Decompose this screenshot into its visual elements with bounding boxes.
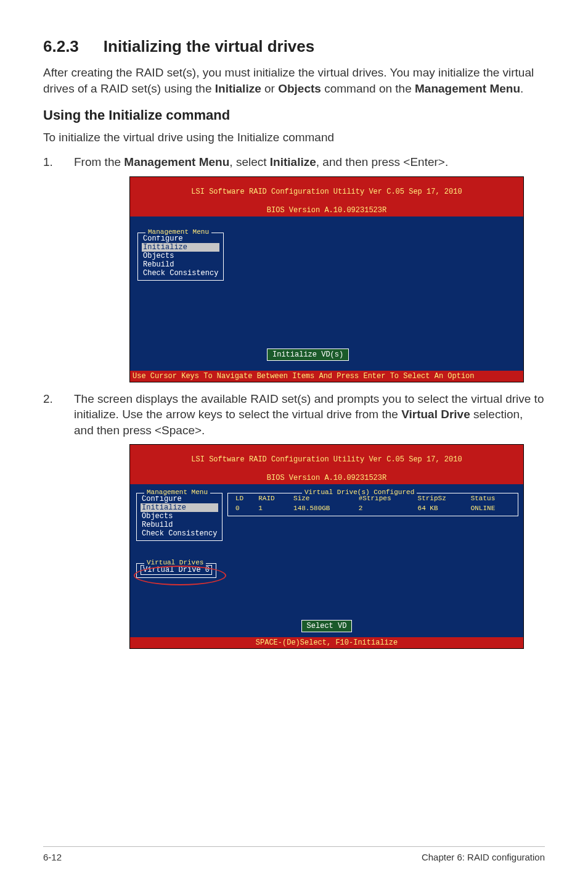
cell-ld: 0 bbox=[232, 502, 255, 512]
intro-text-4: . bbox=[520, 82, 523, 95]
intro-text-3: command on the bbox=[321, 82, 415, 95]
bios2-tooltip: Select VD bbox=[301, 620, 353, 632]
bios2-vd-title: Virtual Drives bbox=[144, 559, 206, 566]
step-2: 2. The screen displays the available RAI… bbox=[43, 391, 545, 439]
intro-bold-objects: Objects bbox=[278, 82, 321, 95]
col-status: Status bbox=[467, 495, 514, 502]
bios1-titlebar: LSI Software RAID Configuration Utility … bbox=[130, 177, 523, 217]
bios2-footer: SPACE-(De)Select, F10-Initialize bbox=[130, 637, 523, 648]
col-raid: RAID bbox=[255, 495, 290, 502]
step-1: 1. From the Management Menu, select Init… bbox=[43, 154, 545, 170]
step-1-text-1: From the bbox=[74, 155, 124, 168]
bios2-title-line2: BIOS Version A.10.09231523R bbox=[267, 474, 386, 482]
bios2-management-menu: Management Menu Configure Initialize Obj… bbox=[136, 493, 223, 541]
lead-text: To initialize the virtual drive using th… bbox=[43, 130, 545, 146]
col-ld: LD bbox=[232, 495, 255, 502]
bios1-title-line1: LSI Software RAID Configuration Utility … bbox=[191, 188, 462, 196]
step-2-marker: 2. bbox=[43, 391, 74, 439]
chapter-label: Chapter 6: RAID configuration bbox=[422, 852, 545, 862]
cell-stripsz: 64 KB bbox=[414, 502, 467, 512]
intro-bold-menu: Management Menu bbox=[415, 82, 520, 95]
sub-heading: Using the Initialize command bbox=[43, 107, 545, 123]
section-number: 6.2.3 bbox=[43, 37, 79, 56]
bios1-menu-rebuild[interactable]: Rebuild bbox=[142, 260, 219, 269]
step-2-content: The screen displays the available RAID s… bbox=[74, 391, 545, 439]
bios-screenshot-2: LSI Software RAID Configuration Utility … bbox=[129, 444, 524, 649]
step-1-bold-2: Initialize bbox=[270, 155, 316, 168]
bios2-menu-initialize[interactable]: Initialize bbox=[141, 503, 218, 512]
section-title: 6.2.3Initializing the virtual drives bbox=[43, 37, 545, 56]
cell-stripes: 2 bbox=[355, 502, 414, 512]
cell-status: ONLINE bbox=[467, 502, 514, 512]
bios2-vd-box-wrapper: Virtual Drives Virtual Drive 0 bbox=[136, 563, 216, 578]
intro-paragraph: After creating the RAID set(s), you must… bbox=[43, 65, 545, 96]
table-row: 0 1 148.580GB 2 64 KB ONLINE bbox=[232, 502, 514, 512]
bios2-title-line1: LSI Software RAID Configuration Utility … bbox=[191, 455, 462, 464]
bios2-vd-table: LD RAID Size #Stripes StripSz Status 0 1… bbox=[232, 495, 514, 512]
step-1-marker: 1. bbox=[43, 154, 74, 170]
step-1-content: From the Management Menu, select Initial… bbox=[74, 154, 545, 170]
section-title-text: Initializing the virtual drives bbox=[104, 37, 314, 56]
intro-bold-initialize: Initialize bbox=[215, 82, 261, 95]
bios2-menu-check[interactable]: Check Consistency bbox=[141, 529, 218, 538]
page-number: 6-12 bbox=[43, 852, 62, 862]
bios1-body: Management Menu Configure Initialize Obj… bbox=[130, 217, 523, 371]
bios2-left-column: Management Menu Configure Initialize Obj… bbox=[136, 493, 223, 541]
bios2-tooltip-row: Select VD bbox=[135, 620, 518, 632]
bios1-menu-configure[interactable]: Configure bbox=[142, 234, 219, 243]
step-1-text-3: , and then press <Enter>. bbox=[316, 155, 448, 168]
bios1-tooltip: Initialize VD(s) bbox=[267, 349, 349, 361]
step-2-bold-1: Virtual Drive bbox=[401, 408, 470, 421]
cell-size: 148.580GB bbox=[290, 502, 355, 512]
bios2-menu-configure[interactable]: Configure bbox=[141, 495, 218, 503]
bios1-menu-initialize[interactable]: Initialize bbox=[142, 243, 219, 252]
bios2-menu-title: Management Menu bbox=[144, 489, 210, 496]
bios2-menu-objects[interactable]: Objects bbox=[141, 512, 218, 521]
page-footer: 6-12 Chapter 6: RAID configuration bbox=[43, 846, 545, 862]
bios2-menu-rebuild[interactable]: Rebuild bbox=[141, 521, 218, 529]
bios2-vd-item[interactable]: Virtual Drive 0 bbox=[141, 565, 212, 575]
cell-raid: 1 bbox=[255, 502, 290, 512]
bios1-menu-check[interactable]: Check Consistency bbox=[142, 269, 219, 278]
bios1-title-line2: BIOS Version A.10.09231523R bbox=[267, 206, 386, 215]
bios2-virtual-drives-box: Virtual Drives Virtual Drive 0 bbox=[136, 563, 216, 578]
bios2-table-wrapper: Virtual Drive(s) Configured LD RAID Size… bbox=[227, 493, 518, 516]
step-1-bold-1: Management Menu bbox=[124, 155, 229, 168]
bios1-menu-title: Management Menu bbox=[145, 228, 211, 236]
bios1-management-menu: Management Menu Configure Initialize Obj… bbox=[137, 233, 224, 281]
intro-text-2: or bbox=[261, 82, 278, 95]
bios2-body: Management Menu Configure Initialize Obj… bbox=[130, 484, 523, 637]
step-1-text-2: , select bbox=[229, 155, 269, 168]
bios2-titlebar: LSI Software RAID Configuration Utility … bbox=[130, 445, 523, 484]
col-stripsz: StripSz bbox=[414, 495, 467, 502]
bios1-menu-objects[interactable]: Objects bbox=[142, 252, 219, 260]
bios1-footer: Use Cursor Keys To Navigate Between Item… bbox=[130, 371, 523, 382]
bios2-table-title: Virtual Drive(s) Configured bbox=[302, 489, 417, 496]
bios-screenshot-1: LSI Software RAID Configuration Utility … bbox=[129, 176, 524, 382]
